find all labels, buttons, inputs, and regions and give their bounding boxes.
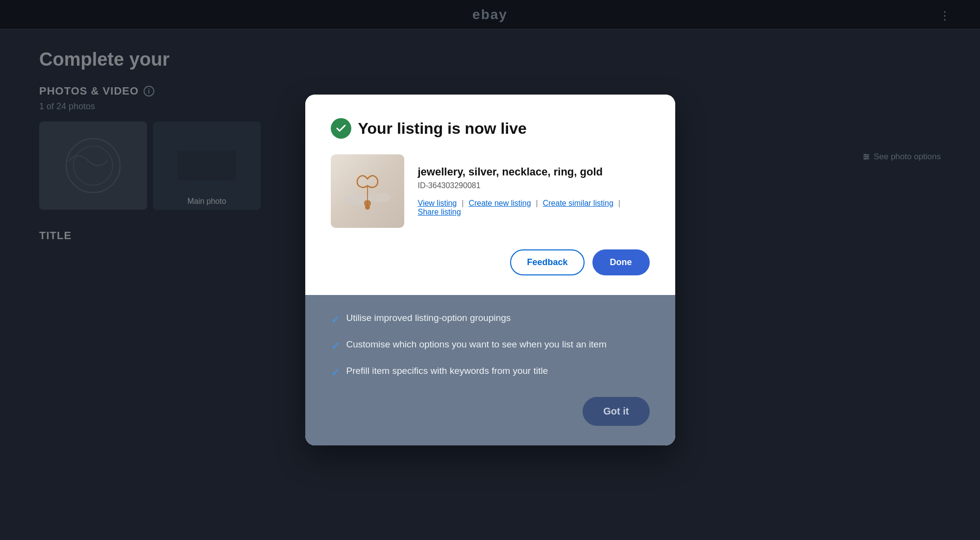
got-it-button[interactable]: Got it [583,397,649,426]
create-similar-listing-link[interactable]: Create similar listing [543,199,613,208]
create-new-listing-link[interactable]: Create new listing [468,199,531,208]
feature-item-2: ✓ Customise which options you want to se… [331,339,650,353]
done-button[interactable]: Done [592,249,650,275]
listing-info: jewellery, silver, necklace, ring, gold … [418,154,650,228]
listing-preview: jewellery, silver, necklace, ring, gold … [331,154,650,228]
feature-list: ✓ Utilise improved listing-option groupi… [331,313,650,379]
check-icon [335,123,347,134]
svg-point-11 [369,193,391,202]
modal-title: Your listing is now live [358,120,527,138]
modal-overlay: Your listing is now live [0,0,980,540]
jewelry-illustration [341,164,394,218]
feature-text-1: Utilise improved listing-option grouping… [346,313,511,323]
success-check-circle [331,118,351,139]
feature-item-3: ✓ Prefill item specifics with keywords f… [331,366,650,379]
check-icon-2: ✓ [331,340,340,353]
listing-actions: View listing | Create new listing | Crea… [418,199,650,217]
listing-title-text: jewellery, silver, necklace, ring, gold [418,166,650,178]
check-icon-3: ✓ [331,367,340,379]
check-icon-1: ✓ [331,314,340,326]
modal-top-section: Your listing is now live [305,95,675,295]
feature-text-2: Customise which options you want to see … [346,339,607,350]
listing-image-inner [331,154,404,228]
modal-header: Your listing is now live [331,118,650,139]
listing-live-modal: Your listing is now live [305,95,675,445]
feature-item-1: ✓ Utilise improved listing-option groupi… [331,313,650,326]
separator-3: | [618,199,620,208]
modal-footer-top: Feedback Done [331,245,650,275]
listing-image [331,154,404,228]
modal-bottom-section: ✓ Utilise improved listing-option groupi… [305,295,675,445]
view-listing-link[interactable]: View listing [418,199,457,208]
share-listing-link[interactable]: Share listing [418,208,461,217]
feature-text-3: Prefill item specifics with keywords fro… [346,366,548,376]
listing-id: ID-364303290081 [418,181,650,190]
separator-2: | [536,199,538,208]
feedback-button[interactable]: Feedback [510,249,584,275]
separator-1: | [462,199,464,208]
modal-footer-bottom: Got it [331,397,650,426]
